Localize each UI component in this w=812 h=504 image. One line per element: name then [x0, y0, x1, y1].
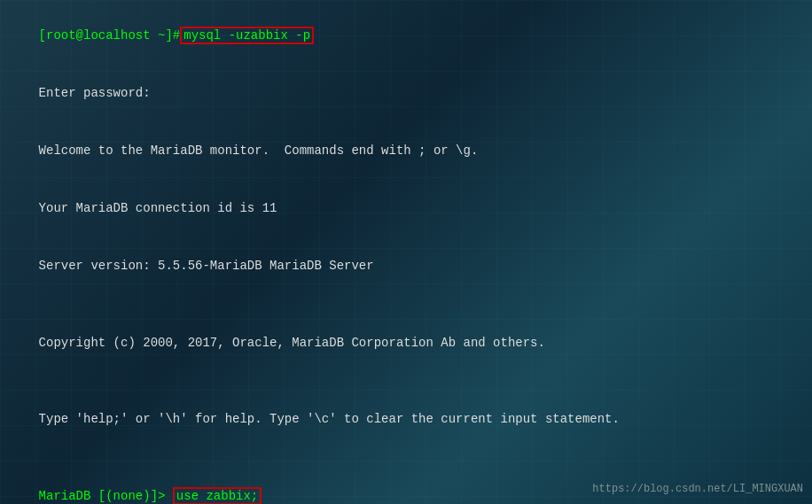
line-text: Your MariaDB connection id is 11 — [39, 201, 277, 215]
terminal-window: [root@localhost ~]#mysql -uzabbix -p Ent… — [0, 0, 812, 504]
line-text: Welcome to the MariaDB monitor. Commands… — [39, 143, 479, 158]
line-text: Type 'help;' or '\h' for help. Type '\c'… — [39, 412, 620, 426]
terminal-line-4: Your MariaDB connection id is 11 — [9, 180, 803, 237]
terminal-line-3: Welcome to the MariaDB monitor. Commands… — [9, 122, 803, 180]
empty-line-1 — [9, 295, 803, 314]
line-text: Server version: 5.5.56-MariaDB MariaDB S… — [39, 259, 374, 273]
terminal-line-1: [root@localhost ~]#mysql -uzabbix -p — [9, 7, 803, 65]
watermark-text: https://blog.csdn.net/LI_MINGXUAN — [592, 483, 803, 495]
command-highlight-1: mysql -uzabbix -p — [180, 27, 314, 44]
terminal-line-2: Enter password: — [9, 65, 803, 122]
line-text: Enter password: — [39, 86, 151, 100]
terminal-line-9: Type 'help;' or '\h' for help. Type '\c'… — [9, 392, 803, 449]
terminal-line-7: Copyright (c) 2000, 2017, Oracle, MariaD… — [9, 314, 803, 372]
empty-line-3 — [9, 449, 803, 469]
terminal-line-5: Server version: 5.5.56-MariaDB MariaDB S… — [9, 237, 803, 295]
line-text: Copyright (c) 2000, 2017, Oracle, MariaD… — [39, 336, 545, 350]
mariadb-prompt-1: MariaDB [(none)]> — [39, 489, 173, 503]
prompt-text: [root@localhost ~]# — [39, 28, 181, 43]
watermark: https://blog.csdn.net/LI_MINGXUAN — [592, 483, 803, 495]
empty-line-2 — [9, 372, 803, 392]
command-highlight-2: use zabbix; — [173, 487, 262, 504]
